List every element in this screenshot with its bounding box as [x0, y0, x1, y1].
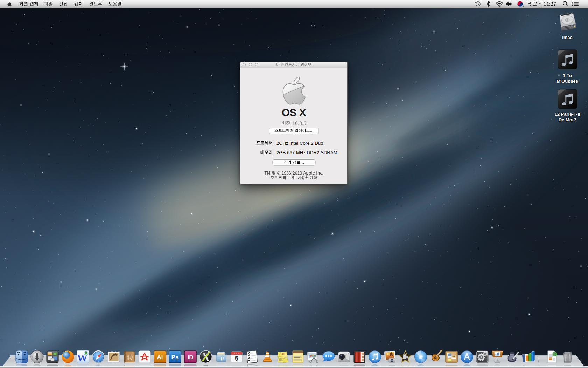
svg-text:W: W — [77, 364, 88, 366]
svg-text:5: 5 — [235, 366, 238, 366]
svg-text:Ai: Ai — [157, 354, 163, 361]
svg-text:2GB 667 MHz DDR2 SDRAM: 2GB 667 MHz DDR2 SDRAM — [276, 150, 337, 155]
svg-text:@: @ — [126, 353, 133, 361]
svg-text:Ps: Ps — [172, 354, 179, 361]
svg-text:2: 2 — [523, 5, 524, 7]
svg-text:5: 5 — [235, 355, 238, 362]
svg-text:2GHz Intel Core 2 Duo: 2GHz Intel Core 2 Duo — [276, 141, 323, 146]
svg-text:OS X: OS X — [282, 107, 306, 118]
svg-text:ID: ID — [188, 354, 194, 361]
